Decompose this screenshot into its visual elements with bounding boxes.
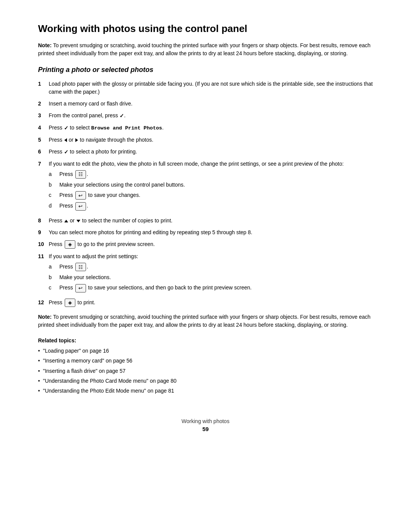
step-4-content: Press ✓ to select Browse and Print Photo… — [49, 124, 373, 132]
back-button-icon-7d: ↩ — [75, 202, 86, 211]
step-2-content: Insert a memory card or flash drive. — [49, 100, 373, 108]
related-topic-4: "Understanding the Photo Card Mode menu"… — [38, 377, 373, 385]
step-12-num: 12 — [38, 299, 49, 307]
page-title: Working with photos using the control pa… — [38, 23, 373, 35]
section1-title: Printing a photo or selected photos — [38, 66, 373, 74]
related-topic-3: "Inserting a flash drive" on page 57 — [38, 367, 373, 375]
step-8-content: Press or to select the number of copies … — [49, 217, 373, 225]
note-bottom: Note: To prevent smudging or scratching,… — [38, 313, 373, 329]
step-5-content: Press or to navigate through the photos. — [49, 136, 373, 144]
step-7-num: 7 — [38, 160, 49, 213]
step-1-content: Load photo paper with the glossy or prin… — [49, 80, 373, 96]
step-1: 1 Load photo paper with the glossy or pr… — [38, 80, 373, 96]
step-7d: d Press ↩. — [49, 202, 373, 210]
step-12: 12 Press ◈ to print. — [38, 299, 373, 307]
step-9-num: 9 — [38, 228, 49, 236]
footer-text: Working with photos — [38, 418, 373, 424]
step-11b: b Make your selections. — [49, 273, 373, 281]
step-11-num: 11 — [38, 252, 49, 295]
step-11: 11 If you want to adjust the print setti… — [38, 252, 373, 295]
page-number: 59 — [38, 426, 373, 432]
step-7a: a Press ☷. — [49, 170, 373, 179]
step-4-num: 4 — [38, 124, 49, 132]
note-top-text: To prevent smudging or scratching, avoid… — [38, 42, 371, 56]
step-7b-letter: b — [49, 181, 59, 189]
step-11c-letter: c — [49, 284, 59, 292]
note-top: Note: To prevent smudging or scratching,… — [38, 42, 373, 58]
related-topic-2: "Inserting a memory card" on page 56 — [38, 356, 373, 365]
step-7c: c Press ↩ to save your changes. — [49, 191, 373, 200]
step-10-content: Press ◈ to go to the print preview scree… — [49, 240, 373, 249]
arrow-down-icon — [76, 220, 80, 222]
step-3: 3 From the control panel, press ✓. — [38, 112, 373, 120]
step-7c-content: Press ↩ to save your changes. — [59, 191, 373, 200]
related-topic-5: "Understanding the Photo Edit Mode menu"… — [38, 387, 373, 395]
arrow-left-icon — [64, 138, 67, 142]
diamond-button-icon-10: ◈ — [65, 240, 75, 249]
step-10: 10 Press ◈ to go to the print preview sc… — [38, 240, 373, 249]
note-top-label: Note: — [38, 42, 52, 48]
page-footer: Working with photos 59 — [38, 418, 373, 432]
step-7-content: If you want to edit the photo, view the … — [49, 160, 373, 213]
step-7a-letter: a — [49, 170, 59, 179]
step-5-num: 5 — [38, 136, 49, 144]
related-topics-list: "Loading paper" on page 16 "Inserting a … — [38, 347, 373, 395]
step-7: 7 If you want to edit the photo, view th… — [38, 160, 373, 213]
step-5: 5 Press or to navigate through the photo… — [38, 136, 373, 144]
step-11-content: If you want to adjust the print settings… — [49, 252, 373, 295]
note-bottom-label: Note: — [38, 314, 52, 320]
back-button-icon-11c: ↩ — [75, 284, 86, 292]
step-3-content: From the control panel, press ✓. — [49, 112, 373, 120]
step-11a-letter: a — [49, 263, 59, 271]
step-6-num: 6 — [38, 148, 49, 156]
step-7b: b Make your selections using the control… — [49, 181, 373, 189]
step-7-substeps: a Press ☷. b Make your selections using … — [49, 170, 373, 211]
diamond-button-icon-12: ◈ — [65, 299, 75, 307]
step-1-num: 1 — [38, 80, 49, 96]
step-8: 8 Press or to select the number of copie… — [38, 217, 373, 225]
related-topics-section: Related topics: "Loading paper" on page … — [38, 337, 373, 395]
checkmark-icon-6: ✓ — [64, 149, 68, 155]
back-button-icon-7c: ↩ — [75, 191, 86, 200]
step-8-num: 8 — [38, 217, 49, 225]
step-7d-letter: d — [49, 202, 59, 210]
step-2: 2 Insert a memory card or flash drive. — [38, 100, 373, 108]
arrow-up-icon — [64, 220, 68, 222]
menu-button-icon-11a: ☷ — [75, 263, 86, 271]
step-7a-content: Press ☷. — [59, 170, 373, 179]
step-7d-content: Press ↩. — [59, 202, 373, 210]
step-10-num: 10 — [38, 240, 49, 249]
checkmark-icon-4: ✓ — [64, 125, 68, 131]
step-6-content: Press ✓ to select a photo for printing. — [49, 148, 373, 156]
step-6: 6 Press ✓ to select a photo for printing… — [38, 148, 373, 156]
browse-print-code: Browse and Print Photos — [91, 125, 162, 131]
step-7c-letter: c — [49, 191, 59, 200]
step-3-num: 3 — [38, 112, 49, 120]
arrow-right-icon — [75, 138, 78, 142]
step-11a: a Press ☷. — [49, 263, 373, 271]
step-11c: c Press ↩ to save your selections, and t… — [49, 284, 373, 292]
related-topics-label: Related topics: — [38, 337, 373, 343]
step-11b-letter: b — [49, 273, 59, 281]
step-11a-content: Press ☷. — [59, 263, 373, 271]
step-11-substeps: a Press ☷. b Make your selections. c Pre… — [49, 263, 373, 292]
step-12-content: Press ◈ to print. — [49, 299, 373, 307]
main-steps-list: 1 Load photo paper with the glossy or pr… — [38, 80, 373, 307]
step-9-content: You can select more photos for printing … — [49, 228, 373, 236]
step-11c-content: Press ↩ to save your selections, and the… — [59, 284, 373, 292]
step-4: 4 Press ✓ to select Browse and Print Pho… — [38, 124, 373, 132]
step-2-num: 2 — [38, 100, 49, 108]
step-7b-content: Make your selections using the control p… — [59, 181, 373, 189]
step-11b-content: Make your selections. — [59, 273, 373, 281]
note-bottom-text: To prevent smudging or scratching, avoid… — [38, 314, 371, 328]
checkmark-icon: ✓ — [119, 113, 124, 119]
menu-button-icon: ☷ — [75, 170, 86, 179]
step-9: 9 You can select more photos for printin… — [38, 228, 373, 236]
related-topic-1: "Loading paper" on page 16 — [38, 347, 373, 355]
